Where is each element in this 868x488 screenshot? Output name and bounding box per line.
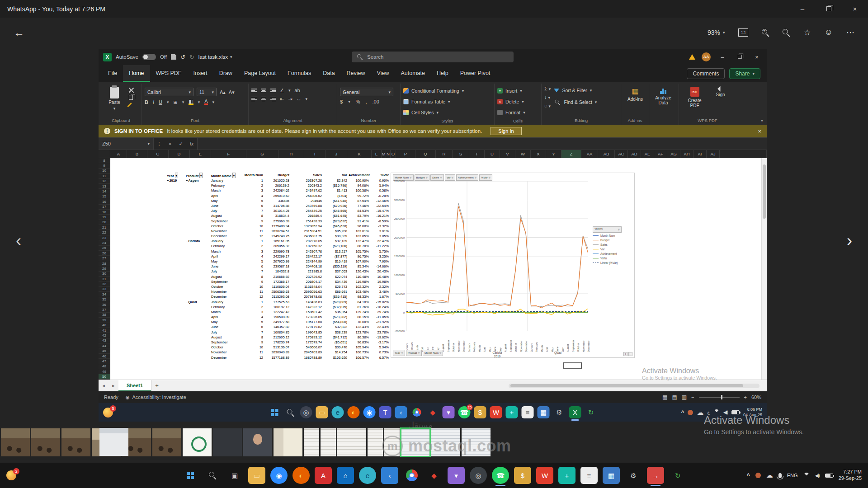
column-header-AJ[interactable]: AJ [707,150,720,158]
wps-pdf-icon[interactable]: ◆ [425,467,443,484]
copilot-icon[interactable]: ◎ [300,406,312,418]
row-header-43[interactable]: 43 [99,338,110,343]
row-header-15[interactable]: 15 [99,194,110,199]
tray-app-icon[interactable] [755,473,761,478]
photos-icon[interactable]: ▦ [538,406,550,418]
finance-icon[interactable]: $ [514,467,531,484]
column-header-W[interactable]: W [515,150,531,158]
row-header-49[interactable]: 49 [99,369,110,374]
row-header-14[interactable]: 14 [99,189,110,194]
row-header-20[interactable]: 20 [99,220,110,225]
column-header-O[interactable]: O [391,150,396,158]
tab-draw[interactable]: Draw [213,65,238,82]
screenshot-weather-widget[interactable]: 5 [103,408,113,418]
formula-input[interactable] [197,138,767,150]
filmstrip-thumbnail-18[interactable] [431,428,460,456]
column-header-H[interactable]: H [278,150,304,158]
column-header-X[interactable]: X [531,150,546,158]
vlc-icon[interactable]: ▾ [448,467,465,484]
grid-canvas[interactable]: Year▾Product▾Month Name▾Month NumBudgetS… [110,158,761,380]
column-header-U[interactable]: U [485,150,500,158]
vscode-icon[interactable]: ‹ [395,406,407,418]
chart-filter-year[interactable]: Year▾ [393,350,405,356]
chrome-icon[interactable] [403,467,420,484]
accessibility-status[interactable]: ◉Accessibility: Investigate [126,394,186,400]
wrap-text-button[interactable]: ab [294,88,300,93]
accounting-format-button[interactable]: $ [340,99,343,104]
filmstrip-thumbnail-9[interactable] [213,428,242,456]
row-header-10[interactable]: 10 [99,169,110,174]
search-icon[interactable] [204,467,221,484]
column-header-E[interactable]: E [190,150,211,158]
row-header-27[interactable]: 27 [99,256,110,261]
warning-close-button[interactable]: × [758,128,761,135]
row-header-13[interactable]: 13 [99,184,110,189]
zoom-in-control[interactable]: + [744,394,747,400]
column-header-T[interactable]: T [469,150,485,158]
selected-cell[interactable] [563,362,582,369]
sync-icon[interactable]: ↻ [669,467,686,484]
chart-field-var[interactable]: Var▾ [445,174,455,181]
comments-button[interactable]: Comments [687,68,725,79]
row-header-12[interactable]: 12 [99,179,110,184]
share-button[interactable]: Share▾ [729,68,760,79]
search-box[interactable] [352,52,514,62]
page-layout-view-button[interactable]: ▤ [672,394,677,400]
previous-sheet-button[interactable]: ◂ [99,380,108,391]
filmstrip-thumbnail-14[interactable] [337,428,366,456]
file-explorer-icon[interactable]: ▭ [248,467,265,484]
format-cells-button[interactable]: Format▾ [497,108,538,117]
volume-icon[interactable]: ◀) [815,473,820,479]
column-header-V[interactable]: V [500,150,515,158]
tab-help[interactable]: Help [431,65,454,82]
row-header-44[interactable]: 44 [99,343,110,348]
filmstrip-thumbnail-17-selected[interactable] [401,428,430,456]
format-painter-icon[interactable] [127,103,132,108]
column-header-M[interactable]: M [382,150,386,158]
tray-app-icon[interactable] [688,410,693,415]
column-header-AG[interactable]: AG [667,150,680,158]
row-header-30[interactable]: 30 [99,272,110,277]
firefox-icon[interactable]: ◐ [292,467,310,484]
zoom-icon[interactable]: ◉ [270,467,288,484]
pivot-header-7[interactable]: Achievement [349,173,370,178]
normal-view-button[interactable]: ▦ [662,394,667,400]
next-media-button[interactable]: › [843,231,856,250]
column-header-AB[interactable]: AB [598,150,615,158]
row-header-9[interactable]: 9 [99,163,110,168]
fill-color-button[interactable]: ◧ [189,99,193,105]
tab-formulas[interactable]: Formulas [282,65,317,82]
row-header-38[interactable]: 38 [99,313,110,318]
column-header-Z[interactable]: Z [561,150,581,158]
wps-office-icon[interactable]: W [490,406,502,418]
adobe-icon[interactable]: A [315,467,332,484]
row-header-19[interactable]: 19 [99,215,110,220]
orientation-button[interactable]: ∠ [280,88,284,93]
decrease-indent-icon[interactable]: ⇤ [280,96,284,102]
filmstrip-thumbnail-13[interactable] [321,428,336,456]
top-align-icon[interactable] [251,89,257,92]
finance-icon[interactable]: $ [474,406,486,418]
more-options-button[interactable]: ⋯ [846,28,854,38]
sheet-zoom-level[interactable]: 60% [751,394,761,400]
pivot-header-6[interactable]: Var [323,173,349,178]
clear-button[interactable]: ◌ ▾ [544,103,551,109]
column-header-S[interactable]: S [453,150,469,158]
tab-power-pivot[interactable]: Power Pivot [454,65,496,82]
excel-close-button[interactable]: × [751,54,762,61]
start-icon[interactable] [269,406,281,418]
battery-icon[interactable] [825,474,833,478]
column-header-J[interactable]: J [326,150,347,158]
column-header-F[interactable]: F [211,150,246,158]
delete-cells-button[interactable]: ×Delete▾ [497,97,538,106]
tab-wps-pdf[interactable]: WPS PDF [150,65,188,82]
align-left-icon[interactable] [251,97,257,102]
row-header-26[interactable]: 26 [99,251,110,256]
search-input[interactable] [367,54,494,60]
create-pdf-button[interactable]: PDFCreate PDF [684,85,706,108]
vlc-icon[interactable]: ▾ [443,406,455,418]
zoom-icon[interactable]: ◉ [363,406,376,418]
middle-align-icon[interactable] [261,89,266,92]
autosum-button[interactable]: Σ ▾ [544,86,551,92]
find-select-button[interactable]: Find & Select▾ [554,98,597,107]
